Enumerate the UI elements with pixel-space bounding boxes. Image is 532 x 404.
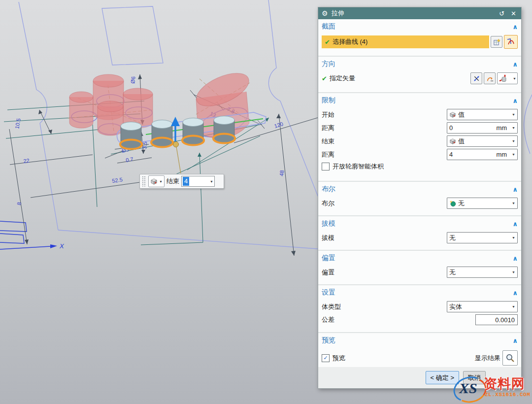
dim-48: 48 — [278, 170, 285, 176]
limits-header: 限制 — [322, 96, 335, 105]
group-offset: 偏置 ∧ 偏置 无 ▼ — [318, 251, 521, 285]
collapse-chevron-icon[interactable]: ∧ — [512, 289, 518, 297]
preview-label: 预览 — [332, 354, 345, 363]
dimension-lines — [9, 74, 324, 256]
dim-dia6: Ø6 — [130, 76, 136, 84]
vector-cross-icon — [473, 75, 480, 82]
inferred-vector-button[interactable] — [484, 72, 496, 84]
group-preview: 预览 ∧ ✓ 预览 显示结果 — [318, 333, 521, 368]
drag-grip-icon[interactable] — [142, 176, 146, 187]
end-limit-value: 值 — [458, 137, 465, 146]
offset-dropdown[interactable]: 无 ▼ — [447, 267, 518, 278]
group-section: 截面 ∧ ✔ 选择曲线 (4) — [318, 19, 521, 57]
start-distance-label: 距离 — [322, 124, 334, 133]
end-distance-value[interactable]: 4 — [183, 177, 189, 186]
onscreen-input-toolbar[interactable]: ▼ 结束 4 ▼ — [139, 174, 224, 189]
watermark-xs-text: XS — [459, 380, 477, 397]
boolean-none-icon — [449, 200, 456, 207]
dropdown-caret-icon[interactable]: ▼ — [512, 202, 515, 205]
dropdown-caret-icon[interactable]: ▼ — [512, 270, 515, 274]
show-result-label: 显示结果 — [475, 354, 500, 363]
collapse-chevron-icon[interactable]: ∧ — [512, 61, 518, 68]
dim-52-5: 52.5 — [112, 176, 123, 184]
start-distance-unit: mm — [496, 124, 507, 132]
collapse-chevron-icon[interactable]: ∧ — [512, 220, 518, 228]
end-distance-field[interactable]: 4 mm ▼ — [447, 149, 518, 160]
tolerance-value[interactable]: 0.0010 — [495, 316, 515, 324]
close-button[interactable]: ✕ — [509, 10, 518, 17]
specify-vector-label: 指定矢量 — [330, 74, 355, 83]
sketch-section-button[interactable] — [491, 36, 502, 48]
end-limit-dropdown[interactable]: 值 ▼ — [447, 135, 518, 147]
start-limit-dropdown[interactable]: 值 ▼ — [447, 109, 518, 120]
preview-checkbox[interactable]: ✓ — [322, 354, 330, 362]
x-axis: X — [0, 242, 65, 250]
tolerance-label: 公差 — [322, 315, 334, 324]
vector-dialog-button[interactable]: ▼ — [497, 72, 518, 84]
extrude-dialog: ⚙ 拉伸 ↺ ✕ 截面 ∧ ✔ 选择曲线 (4) — [318, 7, 522, 389]
draft-header: 拔模 — [322, 219, 335, 228]
gear-icon: ⚙ — [322, 10, 328, 17]
collapse-chevron-icon[interactable]: ∧ — [512, 23, 518, 31]
direction-header: 方向 — [322, 60, 335, 68]
draft-value: 无 — [449, 234, 456, 242]
end-limit-option-button[interactable]: ▼ — [148, 175, 165, 187]
collapse-chevron-icon[interactable]: ∧ — [512, 97, 518, 104]
two-point-vector-button[interactable] — [470, 72, 482, 84]
check-icon: ✔ — [322, 75, 327, 82]
start-limit-value: 值 — [458, 110, 465, 119]
dialog-titlebar[interactable]: ⚙ 拉伸 ↺ ✕ — [318, 7, 521, 19]
nx-extrude-screen: { "icons": { "gear": "⚙", "reset": "↺", … — [0, 0, 532, 404]
collapse-chevron-icon[interactable]: ∧ — [512, 337, 518, 344]
checkbox-check-icon: ✓ — [323, 355, 328, 361]
end-distance-input[interactable]: 4 ▼ — [181, 176, 215, 187]
end-distance-unit: mm — [496, 151, 507, 158]
open-profile-checkbox[interactable] — [322, 163, 330, 170]
magnifier-icon — [505, 353, 515, 363]
boolean-dropdown[interactable]: 无 ▼ — [447, 198, 518, 209]
dropdown-caret-icon[interactable]: ▼ — [512, 305, 515, 308]
collapse-chevron-icon[interactable]: ∧ — [512, 186, 518, 193]
group-boolean: 布尔 ∧ 布尔 无 ▼ — [318, 182, 521, 216]
dim-8: 8 — [16, 202, 22, 205]
tolerance-input[interactable]: 0.0010 — [475, 314, 518, 325]
boolean-label: 布尔 — [322, 199, 334, 208]
dropdown-caret-icon[interactable]: ▼ — [512, 153, 515, 156]
show-result-button[interactable] — [502, 350, 518, 366]
offset-header: 偏置 — [322, 254, 335, 263]
dim-120: 120 — [273, 121, 284, 129]
dim-0-7: 0.7 — [125, 156, 133, 163]
collapse-chevron-icon[interactable]: ∧ — [512, 255, 518, 262]
draft-dropdown[interactable]: 无 ▼ — [447, 232, 518, 243]
group-limits: 限制 ∧ 开始 值 ▼ 距离 0 mm ▼ — [318, 93, 521, 182]
draft-label: 拔模 — [322, 234, 334, 242]
open-profile-label: 开放轮廓智能体积 — [332, 162, 384, 171]
check-icon: ✔ — [325, 38, 330, 46]
face-normal-vector-icon — [499, 74, 508, 83]
start-label: 开始 — [322, 110, 334, 119]
end-distance-label: 结束 — [166, 177, 179, 186]
curve-rule-button[interactable] — [504, 35, 518, 49]
end-distance-value[interactable]: 4 — [449, 151, 453, 158]
start-distance-value[interactable]: 0 — [449, 124, 453, 132]
dropdown-caret-icon[interactable]: ▼ — [512, 113, 515, 116]
body-type-dropdown[interactable]: 实体 ▼ — [447, 301, 518, 312]
reset-button[interactable]: ↺ — [498, 10, 506, 17]
group-direction: 方向 ∧ ✔ 指定矢量 — [318, 57, 521, 93]
start-distance-input[interactable]: 0 mm ▼ — [447, 122, 518, 134]
dropdown-caret-icon[interactable]: ▼ — [210, 180, 213, 183]
dropdown-caret-icon[interactable]: ▼ — [512, 236, 515, 239]
boolean-header: 布尔 — [322, 185, 335, 194]
dropdown-caret-icon[interactable]: ▼ — [513, 77, 516, 80]
group-settings: 设置 ∧ 体类型 实体 ▼ 公差 0.0010 — [318, 285, 521, 333]
highlighted-sketch-lines[interactable] — [0, 221, 27, 243]
end-label: 结束 — [322, 137, 334, 146]
select-curve-label: 选择曲线 (4) — [332, 37, 368, 46]
dropdown-caret-icon[interactable]: ▼ — [512, 139, 515, 143]
dim-10-5: 10.5 — [14, 118, 22, 129]
end-distance-label: 距离 — [322, 150, 334, 159]
select-curve-field[interactable]: ✔ 选择曲线 (4) — [322, 35, 489, 48]
watermark-site-name: 资料网 — [484, 375, 525, 393]
dropdown-caret-icon[interactable]: ▼ — [512, 126, 515, 130]
body-type-label: 体类型 — [322, 303, 341, 311]
